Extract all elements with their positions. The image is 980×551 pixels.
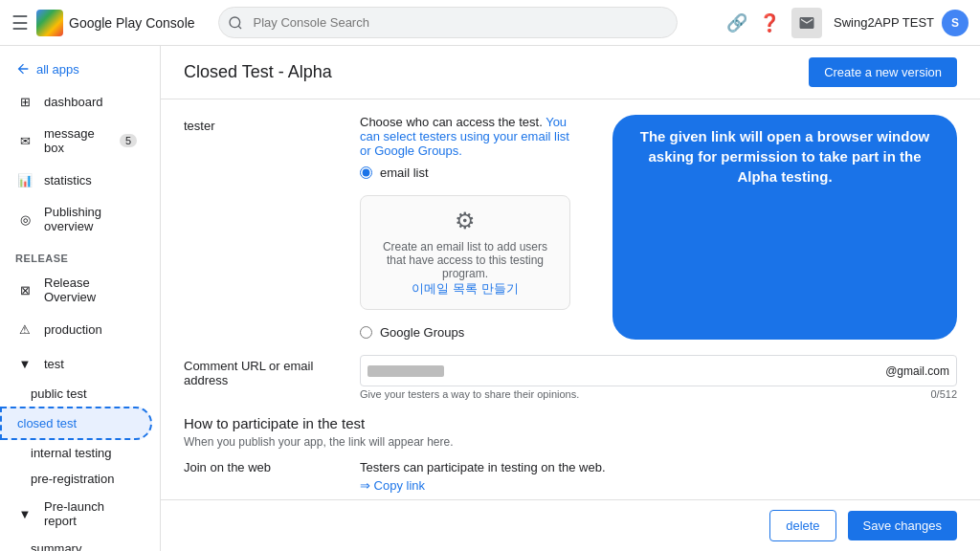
- how-to-section: How to participate in the test When you …: [184, 415, 957, 499]
- main-layout: all apps ⊞ dashboard ✉ message box 5 📊 s…: [0, 46, 980, 551]
- sidebar-subitem-public-test[interactable]: public test: [0, 381, 160, 407]
- tester-link[interactable]: You can select testers using your email …: [360, 115, 569, 158]
- google-groups-label: Google Groups: [380, 325, 464, 340]
- content-header: Closed Test - Alpha Create a new version: [161, 46, 980, 99]
- sidebar-item-release-overview[interactable]: ⊠ Release Overview: [0, 268, 152, 312]
- tester-field: Choose who can access the test. You can …: [360, 115, 570, 340]
- sidebar-label-message: message box: [44, 126, 110, 155]
- sidebar-label-release-overview: Release Overview: [44, 276, 137, 304]
- publishing-icon: ◎: [15, 209, 34, 229]
- statistics-icon: 📊: [15, 170, 34, 189]
- app-title: Google Play Console: [69, 15, 195, 31]
- back-label: all apps: [36, 62, 79, 77]
- comment-url-row: Comment URL or email address @gmail.com …: [184, 355, 957, 400]
- comment-url-input[interactable]: [360, 355, 957, 386]
- sidebar-item-production[interactable]: ⚠ production: [0, 312, 152, 346]
- link-icon[interactable]: 🔗: [726, 12, 747, 33]
- sidebar-label-dashboard: dashboard: [44, 95, 102, 109]
- play-console-logo: [36, 10, 63, 36]
- user-menu[interactable]: Swing2APP TEST S: [834, 10, 969, 36]
- tester-label: tester: [184, 115, 337, 340]
- sidebar: all apps ⊞ dashboard ✉ message box 5 📊 s…: [0, 46, 161, 551]
- content-area: Closed Test - Alpha Create a new version…: [161, 46, 980, 551]
- radio-group: email list ⚙ Create an email list to add…: [360, 165, 570, 340]
- comment-url-label: Comment URL or email address: [184, 355, 337, 400]
- google-groups-radio[interactable]: [360, 326, 372, 339]
- save-changes-button[interactable]: Save changes: [848, 511, 957, 540]
- topbar: ☰ Google Play Console 🔗 ❓ Swing2APP TEST…: [0, 0, 980, 46]
- message-icon: ✉: [15, 131, 34, 150]
- production-icon: ⚠: [15, 320, 34, 339]
- search-container: [218, 7, 703, 38]
- user-avatar: S: [942, 10, 969, 36]
- email-list-radio-item: email list: [360, 165, 570, 180]
- sidebar-item-test[interactable]: ▼ test: [0, 346, 152, 381]
- comment-counter: 0/512: [930, 388, 957, 400]
- tester-desc: Choose who can access the test. You can …: [360, 115, 570, 158]
- sidebar-subitem-closed-test[interactable]: closed test: [0, 407, 152, 440]
- release-section-label: Release: [0, 241, 160, 268]
- search-input[interactable]: [218, 7, 678, 38]
- dashboard-icon: ⊞: [15, 92, 34, 111]
- sidebar-item-pre-launch[interactable]: ▼ Pre-launch report: [0, 492, 152, 536]
- create-email-list-link[interactable]: 이메일 목록 만들기: [412, 280, 518, 298]
- content-body: tester Choose who can access the test. Y…: [161, 99, 980, 499]
- sidebar-label-publishing: Publishing overview: [44, 205, 137, 233]
- release-overview-icon: ⊠: [15, 280, 34, 299]
- bottom-action-bar: delete Save changes: [161, 499, 980, 551]
- notification-icon[interactable]: [791, 8, 822, 38]
- google-groups-radio-item: Google Groups: [360, 325, 570, 340]
- join-label: Join on the web: [184, 460, 337, 499]
- pre-launch-expand-icon: ▼: [15, 504, 34, 523]
- back-to-all-apps[interactable]: all apps: [0, 54, 160, 84]
- email-redacted: [368, 365, 444, 377]
- sidebar-item-publishing-overview[interactable]: ◎ Publishing overview: [0, 197, 152, 241]
- message-badge: 5: [120, 134, 137, 147]
- search-icon: [228, 15, 243, 31]
- email-list-radio[interactable]: [360, 166, 372, 179]
- svg-line-1: [238, 26, 241, 29]
- sidebar-item-message-box[interactable]: ✉ message box 5: [0, 119, 152, 163]
- sidebar-label-pre-launch: Pre-launch report: [44, 499, 137, 528]
- sidebar-label-test: test: [44, 357, 64, 371]
- gear-desc: Create an email list to add users that h…: [372, 240, 558, 280]
- sidebar-subitem-pre-registration[interactable]: pre-registration: [0, 466, 160, 492]
- copy-link[interactable]: ⇒ Copy link: [360, 478, 957, 493]
- sidebar-item-statistics[interactable]: 📊 statistics: [0, 163, 152, 197]
- email-list-label: email list: [380, 165, 429, 180]
- gear-icon: ⚙: [455, 208, 476, 234]
- comment-url-field: @gmail.com Give your testers a way to sh…: [360, 355, 957, 400]
- tester-access-row: tester Choose who can access the test. Y…: [184, 115, 957, 340]
- join-row: Join on the web Testers can participate …: [184, 460, 957, 499]
- how-to-subtext: When you publish your app, the link will…: [184, 435, 957, 449]
- sidebar-item-dashboard[interactable]: ⊞ dashboard: [0, 84, 152, 119]
- menu-icon[interactable]: ☰: [11, 11, 29, 34]
- testers-text: Testers can participate in testing on th…: [360, 460, 957, 474]
- delete-button[interactable]: delete: [769, 510, 835, 541]
- topbar-logo: Google Play Console: [36, 10, 195, 36]
- sidebar-subitem-internal-testing[interactable]: internal testing: [0, 440, 160, 466]
- comment-url-hint: Give your testers a way to share their o…: [360, 388, 579, 400]
- content-scrollable: tester Choose who can access the test. Y…: [161, 99, 980, 499]
- create-new-version-button[interactable]: Create a new version: [809, 57, 957, 87]
- how-to-heading: How to participate in the test: [184, 415, 957, 431]
- join-content: Testers can participate in testing on th…: [360, 460, 957, 499]
- help-icon[interactable]: ❓: [759, 12, 780, 33]
- gear-section: ⚙ Create an email list to add users that…: [360, 195, 570, 310]
- test-icon: ▼: [15, 354, 34, 373]
- email-suffix: @gmail.com: [885, 364, 949, 378]
- sidebar-label-production: production: [44, 322, 102, 337]
- tooltip-bubble: The given link will open a browser windo…: [612, 115, 957, 340]
- user-name: Swing2APP TEST: [834, 15, 934, 30]
- page-title: Closed Test - Alpha: [184, 62, 332, 82]
- svg-point-0: [230, 17, 240, 28]
- sidebar-label-statistics: statistics: [44, 173, 92, 187]
- sidebar-subitem-summary[interactable]: summary: [0, 536, 160, 551]
- topbar-actions: 🔗 ❓ Swing2APP TEST S: [726, 8, 969, 38]
